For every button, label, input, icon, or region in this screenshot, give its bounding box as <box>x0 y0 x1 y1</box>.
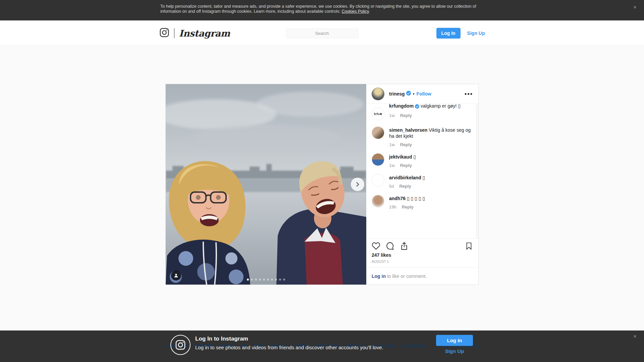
carousel-dot[interactable] <box>271 279 273 281</box>
post-actions: 247 likes AUGUST 1 Log in to like or com… <box>366 238 478 285</box>
comment-row: arvidbirkeland ▯5dReply <box>366 171 478 192</box>
comment-text: andh76 ▯ ▯ ▯ ▯ ▯ <box>389 195 425 201</box>
separator-dot: • <box>413 91 415 97</box>
comment-reply-button[interactable]: Reply <box>399 184 411 189</box>
comment-reply-button[interactable]: Reply <box>402 204 414 209</box>
footer-signup-link[interactable]: Sign Up <box>436 348 473 354</box>
carousel-dot[interactable] <box>263 279 265 281</box>
instagram-camera-icon <box>159 27 169 39</box>
commenter-username[interactable]: krfungdom <box>389 104 414 109</box>
carousel-dot[interactable] <box>279 279 281 281</box>
login-prompt: Log in to like or comment. <box>366 267 478 285</box>
top-navbar: Instagram Log In Sign Up <box>0 20 644 46</box>
commenter-avatar[interactable] <box>372 126 384 139</box>
comment-timestamp: 1w <box>389 142 395 147</box>
instagram-home-link[interactable]: Instagram <box>159 27 230 39</box>
carousel-dot[interactable] <box>247 279 249 281</box>
comment-bubble-icon[interactable] <box>386 242 394 250</box>
cookies-policy-link[interactable]: Cookies Policy <box>341 9 369 14</box>
commenter-username[interactable]: simen_halvorsen <box>389 127 427 133</box>
carousel-dots[interactable] <box>166 279 366 281</box>
comment-text: krfungdom valgkamp er gøy! ▯ <box>389 104 461 110</box>
carousel-dot[interactable] <box>251 279 253 281</box>
footer-banner-title: Log In to Instagram <box>195 336 248 342</box>
login-prompt-link[interactable]: Log in <box>372 274 386 279</box>
comment-row: andh76 ▯ ▯ ▯ ▯ ▯19hReply <box>366 192 478 213</box>
comments-list[interactable]: krfu⊛krfungdom valgkamp er gøy! ▯1wReply… <box>366 104 478 238</box>
brand-divider <box>174 28 174 38</box>
comment-text: simen_halvorsen Viktig å kose seg og ha … <box>389 127 473 139</box>
comment-text: arvidbirkeland ▯ <box>389 175 425 181</box>
carousel-dot[interactable] <box>275 279 277 281</box>
comment-timestamp: 1w <box>389 163 395 168</box>
comment-timestamp: 5d <box>389 184 394 189</box>
comment-row: jektvikaud ▯1wReply <box>366 150 478 171</box>
author-avatar[interactable] <box>372 87 384 100</box>
more-options-icon[interactable]: ••• <box>465 92 473 96</box>
carousel-dot[interactable] <box>259 279 261 281</box>
cookie-text: To help personalize content, tailor and … <box>160 4 492 14</box>
author-username[interactable]: trinesg <box>389 91 405 97</box>
comment-timestamp: 1w <box>389 113 395 118</box>
instagram-circle-logo-icon <box>170 335 191 355</box>
carousel-next-button[interactable] <box>351 178 364 191</box>
header-login-button[interactable]: Log In <box>436 28 461 39</box>
commenter-avatar[interactable] <box>372 195 384 207</box>
post-header: trinesg • Follow ••• <box>366 84 478 104</box>
carousel-dot[interactable] <box>255 279 257 281</box>
post-modal: trinesg • Follow ••• krfu⊛krfungdom valg… <box>165 84 479 285</box>
comment-reply-button[interactable]: Reply <box>400 142 412 147</box>
footer-close-icon[interactable]: × <box>633 333 637 340</box>
like-heart-icon[interactable] <box>372 242 380 250</box>
post-details-panel: trinesg • Follow ••• krfu⊛krfungdom valg… <box>366 84 478 285</box>
carousel-dot[interactable] <box>267 279 269 281</box>
follow-button[interactable]: Follow <box>417 91 431 97</box>
share-icon[interactable] <box>400 242 409 250</box>
comment-row: krfu⊛krfungdom valgkamp er gøy! ▯1wReply <box>366 104 478 123</box>
comment-text: jektvikaud ▯ <box>389 154 416 160</box>
cookie-close-icon[interactable]: × <box>633 4 637 10</box>
comment-timestamp: 19h <box>389 204 396 209</box>
post-date: AUGUST 1 <box>366 258 478 267</box>
comment-row: simen_halvorsen Viktig å kose seg og ha … <box>366 123 478 150</box>
post-photo <box>166 84 366 285</box>
commenter-username[interactable]: jektvikaud <box>389 154 412 160</box>
comment-reply-button[interactable]: Reply <box>400 113 412 118</box>
commenter-username[interactable]: andh76 <box>389 196 406 201</box>
commenter-avatar[interactable] <box>372 153 384 166</box>
commenter-username[interactable]: arvidbirkeland <box>389 175 421 180</box>
footer-login-button[interactable]: Log In <box>436 335 473 346</box>
header-signup-link[interactable]: Sign Up <box>467 31 485 36</box>
search-input[interactable] <box>286 28 358 38</box>
login-footer-banner: Log In to Instagram Log in to see photos… <box>0 330 644 362</box>
footer-banner-subtitle: Log in to see photos and videos from fri… <box>195 345 383 350</box>
commenter-avatar[interactable] <box>372 174 384 187</box>
photo-scene <box>166 84 366 285</box>
verified-badge-icon <box>415 104 419 110</box>
bookmark-icon[interactable] <box>465 242 473 250</box>
likes-count[interactable]: 247 likes <box>366 252 478 258</box>
carousel-dot[interactable] <box>283 279 285 281</box>
cookie-banner: To help personalize content, tailor and … <box>0 0 644 20</box>
comment-reply-button[interactable]: Reply <box>400 163 412 168</box>
instagram-wordmark: Instagram <box>179 28 230 39</box>
comments-scrollbar[interactable] <box>476 104 478 238</box>
commenter-avatar[interactable]: krfu⊛ <box>372 108 384 120</box>
verified-badge-icon <box>406 91 411 97</box>
